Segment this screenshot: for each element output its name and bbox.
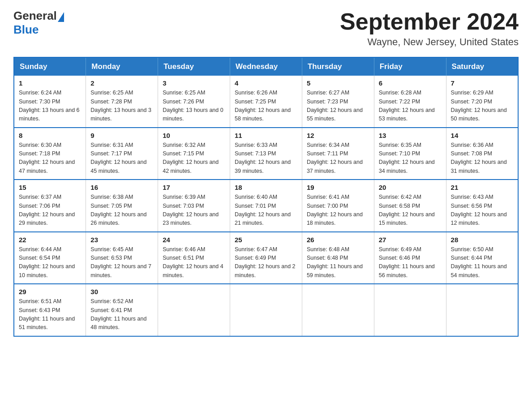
day-number: 22: [19, 236, 81, 244]
calendar-cell: [446, 284, 518, 336]
title-section: September 2024 Wayne, New Jersey, United…: [340, 9, 519, 48]
calendar-cell: 18Sunrise: 6:40 AM Sunset: 7:01 PM Dayli…: [230, 180, 302, 232]
calendar-cell: 15Sunrise: 6:37 AM Sunset: 7:06 PM Dayli…: [14, 180, 86, 232]
calendar-cell: 24Sunrise: 6:46 AM Sunset: 6:51 PM Dayli…: [158, 232, 230, 284]
calendar-table: SundayMondayTuesdayWednesdayThursdayFrid…: [13, 57, 519, 337]
calendar-cell: 27Sunrise: 6:49 AM Sunset: 6:46 PM Dayli…: [374, 232, 446, 284]
calendar-cell: 30Sunrise: 6:52 AM Sunset: 6:41 PM Dayli…: [86, 284, 158, 336]
day-number: 11: [235, 132, 297, 139]
day-info: Sunrise: 6:35 AM Sunset: 7:10 PM Dayligh…: [379, 141, 442, 176]
day-info: Sunrise: 6:25 AM Sunset: 7:28 PM Dayligh…: [90, 89, 153, 124]
calendar-week-row: 8Sunrise: 6:30 AM Sunset: 7:18 PM Daylig…: [14, 128, 518, 180]
day-info: Sunrise: 6:31 AM Sunset: 7:17 PM Dayligh…: [90, 141, 153, 176]
day-info: Sunrise: 6:52 AM Sunset: 6:41 PM Dayligh…: [90, 297, 153, 332]
calendar-cell: 23Sunrise: 6:45 AM Sunset: 6:53 PM Dayli…: [86, 232, 158, 284]
day-of-week-monday: Monday: [86, 57, 158, 76]
day-info: Sunrise: 6:27 AM Sunset: 7:23 PM Dayligh…: [307, 89, 369, 124]
day-number: 15: [19, 184, 81, 191]
day-number: 23: [90, 236, 153, 244]
day-info: Sunrise: 6:44 AM Sunset: 6:54 PM Dayligh…: [19, 245, 81, 280]
day-info: Sunrise: 6:46 AM Sunset: 6:51 PM Dayligh…: [163, 245, 225, 280]
calendar-cell: [158, 284, 230, 336]
calendar-cell: [302, 284, 374, 336]
calendar-cell: 8Sunrise: 6:30 AM Sunset: 7:18 PM Daylig…: [14, 128, 86, 180]
calendar-cell: 7Sunrise: 6:29 AM Sunset: 7:20 PM Daylig…: [446, 76, 518, 128]
day-number: 27: [379, 236, 442, 244]
day-number: 16: [90, 184, 153, 191]
day-info: Sunrise: 6:43 AM Sunset: 6:56 PM Dayligh…: [451, 193, 513, 228]
day-of-week-friday: Friday: [374, 57, 446, 76]
calendar-cell: 6Sunrise: 6:28 AM Sunset: 7:22 PM Daylig…: [374, 76, 446, 128]
calendar-cell: 1Sunrise: 6:24 AM Sunset: 7:30 PM Daylig…: [14, 76, 86, 128]
day-info: Sunrise: 6:41 AM Sunset: 7:00 PM Dayligh…: [307, 193, 369, 228]
day-number: 12: [307, 132, 369, 139]
day-info: Sunrise: 6:42 AM Sunset: 6:58 PM Dayligh…: [379, 193, 442, 228]
calendar-week-row: 22Sunrise: 6:44 AM Sunset: 6:54 PM Dayli…: [14, 232, 518, 284]
calendar-cell: 11Sunrise: 6:33 AM Sunset: 7:13 PM Dayli…: [230, 128, 302, 180]
day-number: 30: [90, 288, 153, 295]
day-of-week-sunday: Sunday: [14, 57, 86, 76]
day-number: 8: [19, 132, 81, 139]
logo-triangle-icon: [58, 12, 64, 22]
calendar-cell: 4Sunrise: 6:26 AM Sunset: 7:25 PM Daylig…: [230, 76, 302, 128]
logo-blue-text: Blue: [13, 23, 39, 37]
location-subtitle: Wayne, New Jersey, United States: [340, 36, 519, 48]
calendar-body: 1Sunrise: 6:24 AM Sunset: 7:30 PM Daylig…: [14, 76, 518, 336]
calendar-header-row: SundayMondayTuesdayWednesdayThursdayFrid…: [14, 57, 518, 76]
logo-general-text: General: [13, 9, 57, 23]
calendar-cell: 20Sunrise: 6:42 AM Sunset: 6:58 PM Dayli…: [374, 180, 446, 232]
calendar-cell: 13Sunrise: 6:35 AM Sunset: 7:10 PM Dayli…: [374, 128, 446, 180]
day-number: 6: [379, 79, 442, 87]
day-of-week-saturday: Saturday: [446, 57, 518, 76]
day-info: Sunrise: 6:25 AM Sunset: 7:26 PM Dayligh…: [163, 89, 225, 124]
day-number: 13: [379, 132, 442, 139]
day-info: Sunrise: 6:37 AM Sunset: 7:06 PM Dayligh…: [19, 193, 81, 228]
calendar-cell: 16Sunrise: 6:38 AM Sunset: 7:05 PM Dayli…: [86, 180, 158, 232]
day-of-week-wednesday: Wednesday: [230, 57, 302, 76]
calendar-cell: 3Sunrise: 6:25 AM Sunset: 7:26 PM Daylig…: [158, 76, 230, 128]
day-info: Sunrise: 6:49 AM Sunset: 6:46 PM Dayligh…: [379, 245, 442, 280]
day-number: 14: [451, 132, 513, 139]
day-info: Sunrise: 6:29 AM Sunset: 7:20 PM Dayligh…: [451, 89, 513, 124]
day-number: 17: [163, 184, 225, 191]
calendar-header: SundayMondayTuesdayWednesdayThursdayFrid…: [14, 57, 518, 76]
calendar-cell: 10Sunrise: 6:32 AM Sunset: 7:15 PM Dayli…: [158, 128, 230, 180]
day-info: Sunrise: 6:47 AM Sunset: 6:49 PM Dayligh…: [235, 245, 297, 280]
calendar-cell: 28Sunrise: 6:50 AM Sunset: 6:44 PM Dayli…: [446, 232, 518, 284]
calendar-cell: 17Sunrise: 6:39 AM Sunset: 7:03 PM Dayli…: [158, 180, 230, 232]
month-title: September 2024: [340, 9, 519, 34]
day-number: 26: [307, 236, 369, 244]
day-number: 7: [451, 79, 513, 87]
day-number: 29: [19, 288, 81, 295]
day-number: 19: [307, 184, 369, 191]
day-number: 1: [19, 79, 81, 87]
day-info: Sunrise: 6:38 AM Sunset: 7:05 PM Dayligh…: [90, 193, 153, 228]
day-info: Sunrise: 6:33 AM Sunset: 7:13 PM Dayligh…: [235, 141, 297, 176]
day-number: 20: [379, 184, 442, 191]
day-of-week-thursday: Thursday: [302, 57, 374, 76]
calendar-cell: 22Sunrise: 6:44 AM Sunset: 6:54 PM Dayli…: [14, 232, 86, 284]
day-number: 21: [451, 184, 513, 191]
calendar-cell: [374, 284, 446, 336]
calendar-cell: [230, 284, 302, 336]
day-info: Sunrise: 6:40 AM Sunset: 7:01 PM Dayligh…: [235, 193, 297, 228]
calendar-cell: 25Sunrise: 6:47 AM Sunset: 6:49 PM Dayli…: [230, 232, 302, 284]
calendar-week-row: 29Sunrise: 6:51 AM Sunset: 6:43 PM Dayli…: [14, 284, 518, 336]
day-info: Sunrise: 6:34 AM Sunset: 7:11 PM Dayligh…: [307, 141, 369, 176]
day-info: Sunrise: 6:24 AM Sunset: 7:30 PM Dayligh…: [19, 89, 81, 124]
calendar-cell: 29Sunrise: 6:51 AM Sunset: 6:43 PM Dayli…: [14, 284, 86, 336]
day-number: 5: [307, 79, 369, 87]
page-header: General Blue September 2024 Wayne, New J…: [13, 9, 519, 48]
calendar-week-row: 1Sunrise: 6:24 AM Sunset: 7:30 PM Daylig…: [14, 76, 518, 128]
day-info: Sunrise: 6:28 AM Sunset: 7:22 PM Dayligh…: [379, 89, 442, 124]
day-info: Sunrise: 6:26 AM Sunset: 7:25 PM Dayligh…: [235, 89, 297, 124]
day-info: Sunrise: 6:45 AM Sunset: 6:53 PM Dayligh…: [90, 245, 153, 280]
calendar-cell: 12Sunrise: 6:34 AM Sunset: 7:11 PM Dayli…: [302, 128, 374, 180]
calendar-cell: 14Sunrise: 6:36 AM Sunset: 7:08 PM Dayli…: [446, 128, 518, 180]
day-number: 10: [163, 132, 225, 139]
day-of-week-tuesday: Tuesday: [158, 57, 230, 76]
calendar-week-row: 15Sunrise: 6:37 AM Sunset: 7:06 PM Dayli…: [14, 180, 518, 232]
day-number: 9: [90, 132, 153, 139]
calendar-cell: 5Sunrise: 6:27 AM Sunset: 7:23 PM Daylig…: [302, 76, 374, 128]
day-info: Sunrise: 6:30 AM Sunset: 7:18 PM Dayligh…: [19, 141, 81, 176]
